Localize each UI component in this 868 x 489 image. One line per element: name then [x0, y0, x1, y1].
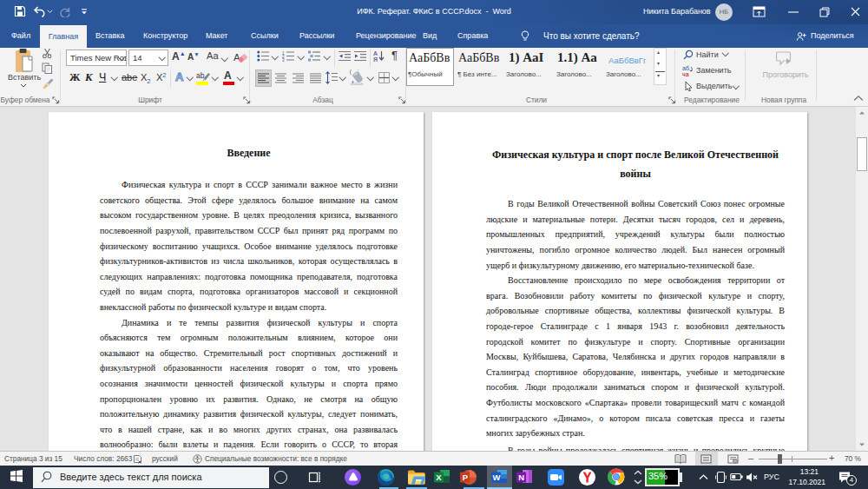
svg-text:Я: Я	[373, 56, 378, 63]
svg-text:X: X	[436, 472, 442, 482]
svg-text:А: А	[373, 50, 378, 56]
svg-text:ча: ча	[682, 71, 689, 76]
svg-text:ab: ab	[196, 71, 205, 80]
svg-text:3: 3	[282, 58, 285, 62]
svg-text:аб: аб	[682, 65, 689, 71]
svg-text:W: W	[493, 472, 501, 482]
svg-text:N: N	[518, 472, 524, 482]
svg-text:P: P	[463, 472, 469, 482]
